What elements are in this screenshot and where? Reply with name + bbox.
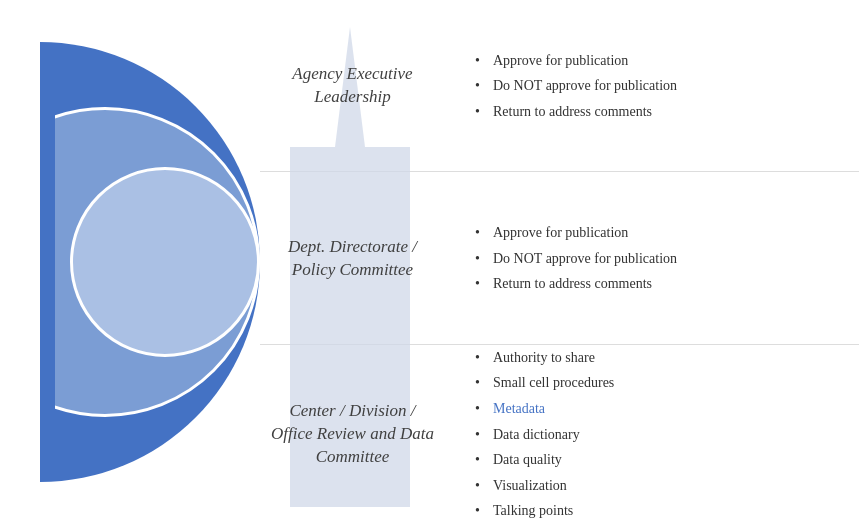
bullet-visualization: Visualization: [475, 473, 849, 499]
bullet-metadata: Metadata: [475, 396, 849, 422]
bullet-return-2: Return to address comments: [475, 271, 849, 297]
center-division-line3: Committee: [316, 447, 390, 466]
agency-executive-line2: Leadership: [314, 87, 391, 106]
bullet-talking-points: Talking points: [475, 498, 849, 524]
dept-directorate-line1: Dept. Directorate /: [288, 237, 417, 256]
center-division-line1: Center / Division /: [289, 401, 415, 420]
circle-inner: [70, 167, 260, 357]
agency-executive-label: Agency Executive Leadership: [260, 63, 445, 109]
bullet-approve-pub-1: Approve for publication: [475, 48, 849, 74]
bullet-approve-pub-2: Approve for publication: [475, 220, 849, 246]
dept-directorate-line2: Policy Committee: [292, 260, 413, 279]
main-container: Agency Executive Leadership Approve for …: [0, 0, 859, 524]
bullet-return-1: Return to address comments: [475, 99, 849, 125]
bullet-small-cell: Small cell procedures: [475, 370, 849, 396]
center-division-label: Center / Division / Office Review and Da…: [260, 400, 445, 469]
bullet-authority: Authority to share: [475, 345, 849, 371]
content-area: Agency Executive Leadership Approve for …: [260, 0, 859, 524]
dept-directorate-bullets: Approve for publication Do NOT approve f…: [445, 220, 859, 297]
center-division-bullets: Authority to share Small cell procedures…: [445, 345, 859, 524]
agency-executive-bullets: Approve for publication Do NOT approve f…: [445, 48, 859, 125]
circles-area: [0, 0, 260, 524]
bullet-not-approve-1: Do NOT approve for publication: [475, 73, 849, 99]
agency-executive-line1: Agency Executive: [292, 64, 412, 83]
dept-directorate-label: Dept. Directorate / Policy Committee: [260, 236, 445, 282]
bullet-data-quality: Data quality: [475, 447, 849, 473]
rows-area: Agency Executive Leadership Approve for …: [260, 0, 859, 524]
bullet-data-dict: Data dictionary: [475, 422, 849, 448]
bullet-not-approve-2: Do NOT approve for publication: [475, 246, 849, 272]
center-division-line2: Office Review and Data: [271, 424, 434, 443]
